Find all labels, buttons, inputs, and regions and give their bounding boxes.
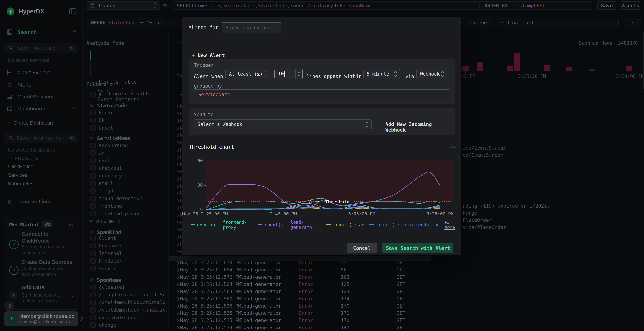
chart-legend: count()·frontend-proxycount()·load-gener… <box>191 220 461 230</box>
threshold-chart-title: Threshold chart <box>189 144 234 150</box>
lines-within-label: lines appear within <box>306 71 362 81</box>
legend-line-swatch <box>326 225 331 225</box>
select-carets-icon <box>394 72 396 76</box>
trigger-panel: Trigger Alert when At least (≥) 10 lines… <box>189 59 455 104</box>
alerts-for-label: Alerts for <box>188 25 218 30</box>
legend-item[interactable]: count()·load-generator <box>258 220 321 230</box>
y-tick-30: 30 <box>194 183 203 188</box>
comparator-select[interactable]: At least (≥) <box>226 69 270 79</box>
legend-item[interactable]: count()·recommendation <box>369 222 440 228</box>
select-carets-icon <box>366 122 368 127</box>
threshold-value-input[interactable]: 10 <box>274 69 303 79</box>
threshold-value: 10 <box>278 71 284 76</box>
number-stepper[interactable] <box>295 69 302 79</box>
send-to-panel: Send to Select a Webhook Add New Incomin… <box>189 108 455 135</box>
divider <box>189 233 455 233</box>
y-tick-60: 60 <box>194 158 203 163</box>
grouped-by-value: ServiceName <box>198 92 230 97</box>
text-cursor <box>284 71 285 77</box>
select-carets-icon <box>442 72 444 76</box>
saved-search-name-input[interactable]: Saved search name <box>222 22 282 33</box>
channel-value: Webhook <box>420 71 440 77</box>
plus-icon: + <box>192 52 195 58</box>
window-value: 5 minute <box>367 71 389 77</box>
threshold-chart: Alert Threshold <box>204 160 454 212</box>
comparator-value: At least (≥) <box>229 71 262 77</box>
cancel-button[interactable]: Cancel <box>347 243 377 253</box>
send-to-label: Send to <box>194 112 214 117</box>
legend-item[interactable]: count()·frontend-proxy <box>191 220 254 230</box>
via-label: via <box>405 71 414 81</box>
grouped-by-label: grouped by <box>194 83 222 89</box>
webhook-select[interactable]: Select a Webhook <box>194 119 372 129</box>
trigger-section-label: Trigger <box>194 62 214 68</box>
legend-more-link[interactable]: +3 more <box>444 220 461 230</box>
webhook-select-value: Select a Webhook <box>198 122 242 127</box>
x-tick-label: 3:05:00 PM <box>331 211 392 216</box>
add-webhook-button[interactable]: Add New Incoming Webhook <box>385 122 455 133</box>
tab-new-alert[interactable]: + New Alert <box>192 52 225 58</box>
create-alert-modal: Alerts for Saved search name + New Alert… <box>182 17 461 255</box>
legend-line-swatch <box>258 225 262 225</box>
legend-line-swatch <box>369 225 374 225</box>
save-search-with-alert-button[interactable]: Save Search with Alert <box>382 243 454 253</box>
svg-text:Alert Threshold: Alert Threshold <box>309 199 350 204</box>
x-tick-label: 3:25:00 PM <box>410 211 470 216</box>
input-placeholder: Saved search name <box>226 25 273 30</box>
hyperdx-app: HyperDX Search Saved Searches ⌘K No save… <box>0 0 644 331</box>
select-carets-icon <box>265 72 267 76</box>
x-tick-label: 2:45:00 PM <box>253 211 314 216</box>
legend-item[interactable]: count()·ad <box>326 222 364 228</box>
grouped-by-input[interactable]: ServiceName <box>194 89 450 99</box>
alert-when-label: Alert when <box>194 71 223 81</box>
channel-select[interactable]: Webhook <box>416 69 447 79</box>
x-tick-label: May 28 2:25:00 PM <box>174 211 236 216</box>
legend-line-swatch <box>191 225 195 225</box>
window-select[interactable]: 5 minute <box>363 69 400 79</box>
collapse-chart-icon[interactable] <box>450 146 455 150</box>
